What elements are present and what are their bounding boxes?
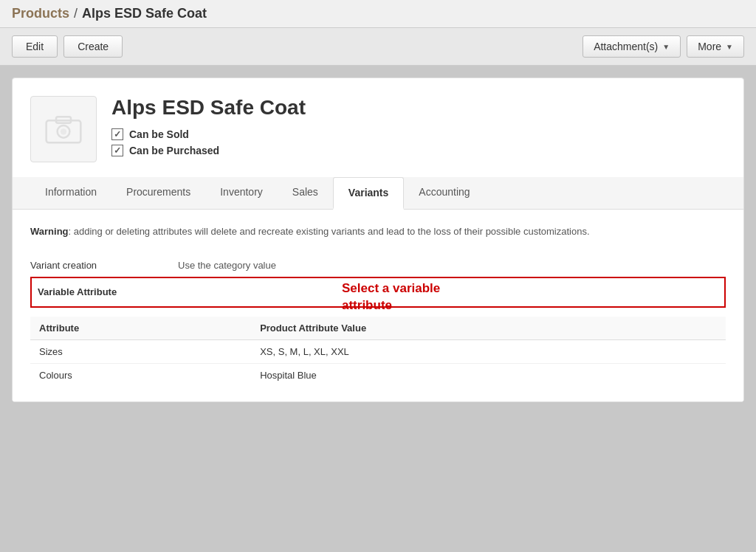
more-label: More [698,41,721,52]
table-row: SizesXS, S, M, L, XL, XXL [30,339,726,363]
attr-name: Sizes [30,339,251,363]
product-name: Alps ESD Safe Coat [111,96,726,120]
svg-point-3 [61,128,66,134]
attachments-button[interactable]: Attachment(s) ▼ [583,35,681,58]
tab-procurements[interactable]: Procurements [111,177,205,209]
breadcrumb-current: Alps ESD Safe Coat [82,6,207,21]
can-be-purchased-checkbox[interactable]: ✓ [111,145,123,156]
content-area: Alps ESD Safe Coat ✓ Can be Sold ✓ Can b… [0,66,756,537]
col-attribute: Attribute [30,317,251,340]
col-value: Product Attribute Value [251,317,726,340]
breadcrumb-separator: / [74,6,78,21]
tabs-bar: Information Procurements Inventory Sales… [13,177,743,210]
attr-value: XS, S, M, L, XL, XXL [251,339,726,363]
can-be-sold-label: Can be Sold [129,128,189,140]
breadcrumb: Products / Alps ESD Safe Coat [12,6,207,21]
tab-inventory[interactable]: Inventory [205,177,278,209]
camera-icon [45,114,82,144]
can-be-purchased-label: Can be Purchased [129,145,219,156]
checkmark-purchased: ✓ [114,146,121,155]
table-row: ColoursHospital Blue [30,363,726,387]
product-card: Alps ESD Safe Coat ✓ Can be Sold ✓ Can b… [12,77,744,402]
toolbar-right: Attachment(s) ▼ More ▼ [583,35,744,58]
variable-attribute-input[interactable] [178,283,718,302]
variable-attribute-row: Variable Attribute Select a variableattr… [30,277,726,308]
variant-creation-value: Use the category value [178,260,726,271]
can-be-sold-row: ✓ Can be Sold [111,128,726,140]
tab-content-variants: Warning: adding or deleting attributes w… [13,210,743,401]
attr-table-header: Attribute Product Attribute Value [30,317,726,340]
breadcrumb-bar: Products / Alps ESD Safe Coat [0,0,756,28]
tab-information[interactable]: Information [30,177,111,209]
variable-attribute-label: Variable Attribute [38,286,178,297]
attr-value: Hospital Blue [251,363,726,387]
attr-name: Colours [30,363,251,387]
variant-creation-row: Variant creation Use the category value [30,254,726,277]
create-button[interactable]: Create [63,35,123,58]
edit-button[interactable]: Edit [12,35,58,58]
warning-text: : adding or deleting attributes will del… [69,226,590,237]
breadcrumb-products-link[interactable]: Products [12,6,69,21]
warning-label: Warning [30,226,69,237]
attachments-label: Attachment(s) [594,41,658,52]
warning-box: Warning: adding or deleting attributes w… [30,224,726,239]
variant-creation-label: Variant creation [30,260,178,271]
tab-accounting[interactable]: Accounting [404,177,484,209]
toolbar: Edit Create Attachment(s) ▼ More ▼ [0,28,756,66]
attachments-dropdown-arrow: ▼ [662,43,670,51]
product-header: Alps ESD Safe Coat ✓ Can be Sold ✓ Can b… [13,78,743,177]
checkmark-sold: ✓ [114,130,121,139]
product-info: Alps ESD Safe Coat ✓ Can be Sold ✓ Can b… [111,96,726,161]
attribute-table: Attribute Product Attribute Value SizesX… [30,317,726,387]
tab-variants[interactable]: Variants [333,177,404,210]
more-dropdown-arrow: ▼ [726,43,733,51]
can-be-sold-checkbox[interactable]: ✓ [111,128,123,140]
product-image [30,96,97,162]
select-attribute-hint: Select a variableattribute [342,280,440,315]
more-button[interactable]: More ▼ [687,35,744,58]
tab-sales[interactable]: Sales [278,177,333,209]
can-be-purchased-row: ✓ Can be Purchased [111,145,726,156]
